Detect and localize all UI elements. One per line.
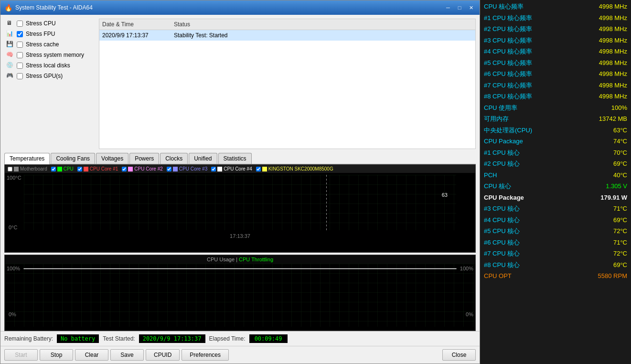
legend-checkbox[interactable]	[8, 167, 12, 171]
sidebar-row-label: #6 CPU 核心	[484, 238, 520, 247]
tab-statistics[interactable]: Statistics	[218, 153, 252, 164]
cpu-usage-label: CPU Usage	[207, 257, 235, 262]
stress-icon-memory: 🧠	[6, 51, 14, 59]
stress-item-cpu: 🖥Stress CPU	[4, 19, 95, 28]
tab-powers[interactable]: Powers	[129, 153, 159, 164]
tab-temperatures[interactable]: Temperatures	[4, 153, 50, 164]
sidebar-row-value: 74°C	[613, 137, 627, 146]
stress-checkbox-gpu[interactable]	[17, 73, 23, 79]
sidebar-row: #4 CPU 核心69°C	[480, 214, 631, 226]
log-row-status: Stability Test: Started	[173, 31, 473, 40]
sidebar-row-value: 72°C	[613, 226, 627, 236]
sidebar-row-label: CPU Package	[484, 137, 523, 146]
legend-checkbox[interactable]	[51, 167, 56, 171]
stress-checkbox-cache[interactable]	[17, 42, 23, 48]
sidebar-row: 可用内存13742 MB	[480, 113, 631, 125]
stress-icon-cpu: 🖥	[6, 20, 14, 27]
stress-item-cache: 💾Stress cache	[4, 40, 95, 49]
legend-item: CPU Core #2	[122, 166, 162, 171]
preferences-button[interactable]: Preferences	[182, 349, 229, 361]
sidebar-row-value: 72°C	[613, 249, 627, 258]
sidebar-row: PCH40°C	[480, 170, 631, 181]
sidebar-row: #4 CPU 核心频率4998 MHz	[480, 46, 631, 57]
sidebar-row-value: 71°C	[613, 238, 627, 247]
temp-time-label: 17:13:37	[230, 233, 250, 239]
legend-checkbox[interactable]	[167, 167, 171, 171]
tab-cooling-fans[interactable]: Cooling Fans	[51, 153, 95, 164]
minimize-button[interactable]: ─	[443, 3, 453, 12]
stress-item-fpu: 📊Stress FPU	[4, 29, 95, 39]
sidebar-row-label: #7 CPU 核心频率	[484, 81, 532, 90]
maximize-button[interactable]: □	[455, 3, 464, 12]
sidebar-row: #1 CPU 核心70°C	[480, 147, 631, 159]
legend-checkbox[interactable]	[122, 167, 127, 171]
stop-button[interactable]: Stop	[40, 349, 73, 361]
sidebar-row-value: 4998 MHz	[599, 92, 627, 101]
sidebar-row: #3 CPU 核心频率4998 MHz	[480, 35, 631, 46]
legend-checkbox[interactable]	[77, 167, 82, 171]
sidebar-row-value: 4998 MHz	[599, 81, 627, 90]
sidebar-row-value: 13742 MB	[599, 114, 627, 124]
start-button[interactable]: Start	[4, 349, 38, 361]
stress-checkbox-memory[interactable]	[17, 52, 23, 58]
button-bar: Start Stop Clear Save CPUID Preferences …	[0, 346, 480, 364]
sidebar-row: #2 CPU 核心69°C	[480, 158, 631, 170]
sidebar-row: #2 CPU 核心频率4998 MHz	[480, 23, 631, 35]
cpuid-button[interactable]: CPUID	[146, 349, 180, 361]
stress-checkbox-disks[interactable]	[17, 63, 23, 69]
stress-checkbox-fpu[interactable]	[17, 31, 23, 37]
cpu-svg	[5, 264, 475, 327]
sidebar-row-label: #8 CPU 核心	[484, 260, 520, 270]
tabs: TemperaturesCooling FansVoltagesPowersCl…	[4, 153, 476, 164]
legend-color	[57, 167, 62, 171]
sidebar-row: CPU 使用率100%	[480, 102, 631, 114]
sidebar-row-label: #3 CPU 核心	[484, 204, 520, 214]
temp-chart-area: 100°C 0°C 17:13:37 63	[5, 173, 475, 240]
legend-checkbox[interactable]	[211, 167, 216, 171]
top-content: 🖥Stress CPU📊Stress FPU💾Stress cache🧠Stre…	[0, 15, 480, 153]
stress-item-memory: 🧠Stress system memory	[4, 50, 95, 60]
sidebar-row-value: 4998 MHz	[599, 36, 627, 45]
legend-label: Motherboard	[20, 166, 47, 171]
legend-item: CPU	[51, 166, 74, 171]
sidebar-row: #5 CPU 核心频率4998 MHz	[480, 57, 631, 69]
sidebar-row-value: 63°C	[613, 126, 627, 135]
legend-checkbox[interactable]	[256, 167, 261, 171]
log-row: 2020/9/9 17:13:37Stability Test: Started	[99, 30, 475, 41]
close-button[interactable]: Close	[442, 349, 476, 361]
tab-clocks[interactable]: Clocks	[160, 153, 188, 164]
cpu-chart-title: CPU Usage | CPU Throttling	[5, 255, 475, 264]
test-started-label: Test Started:	[103, 335, 135, 342]
log-row-date: 2020/9/9 17:13:37	[101, 31, 173, 40]
sidebar-row-value: 4998 MHz	[599, 58, 627, 68]
sidebar-row-label: PCH	[484, 171, 497, 180]
clear-button[interactable]: Clear	[75, 349, 108, 361]
stress-label-cache: Stress cache	[26, 41, 59, 48]
sidebar-row: #6 CPU 核心频率4998 MHz	[480, 68, 631, 80]
legend-color	[262, 167, 267, 171]
tab-voltages[interactable]: Voltages	[96, 153, 128, 164]
temp-value-label: 63	[442, 192, 448, 198]
stress-item-gpu: 🎮Stress GPU(s)	[4, 71, 95, 81]
sidebar-row-value: 5580 RPM	[598, 271, 627, 281]
battery-label: Remaining Battery:	[4, 335, 53, 342]
sidebar-row: CPU OPT5580 RPM	[480, 270, 631, 282]
log-col-status: Status	[173, 20, 473, 29]
sidebar-row: CPU 核心1.305 V	[480, 181, 631, 192]
sidebar-row-label: #5 CPU 核心频率	[484, 58, 532, 68]
stress-icon-cache: 💾	[6, 41, 14, 48]
tab-unified[interactable]: Unified	[189, 153, 217, 164]
legend-item: CPU Core #3	[167, 166, 207, 171]
sidebar-row-label: #4 CPU 核心	[484, 215, 520, 225]
sidebar-row-value: 69°C	[613, 159, 627, 169]
sidebar-row: #5 CPU 核心72°C	[480, 225, 631, 237]
close-window-button[interactable]: ✕	[466, 3, 476, 12]
sidebar-row-label: 中央处理器(CPU)	[484, 126, 532, 135]
save-button[interactable]: Save	[110, 349, 144, 361]
legend-color	[14, 167, 19, 171]
stress-checkbox-cpu[interactable]	[17, 21, 23, 27]
temp-legend: MotherboardCPUCPU Core #1CPU Core #2CPU …	[5, 165, 475, 173]
window-title: System Stability Test - AIDA64	[15, 4, 443, 11]
tabs-container: TemperaturesCooling FansVoltagesPowersCl…	[0, 153, 480, 164]
sidebar-row: #7 CPU 核心频率4998 MHz	[480, 80, 631, 91]
